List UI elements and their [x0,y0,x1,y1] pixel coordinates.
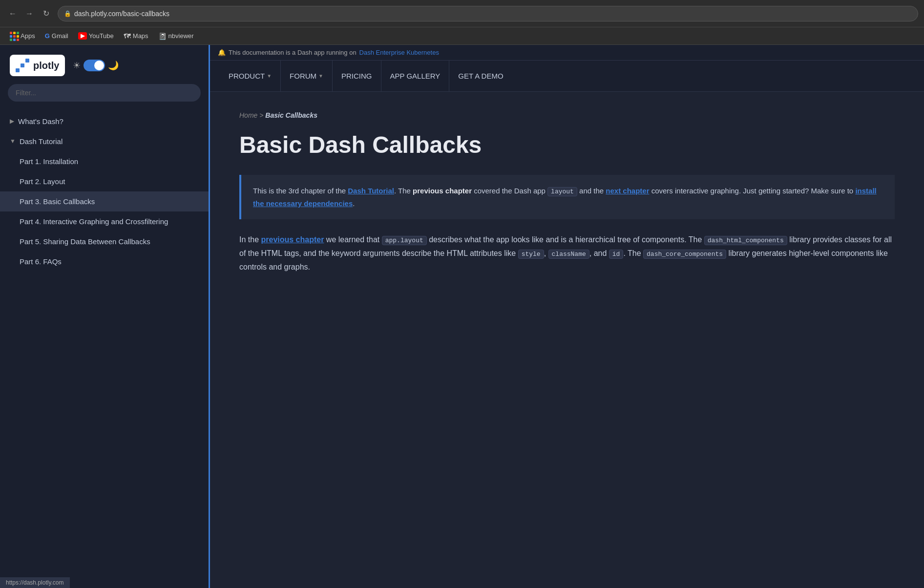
prev-chapter-strong: previous chapter [413,187,472,195]
breadcrumb-home[interactable]: Home [239,111,257,119]
prev-chapter-body-link[interactable]: previous chapter [261,235,324,244]
logo-text: plotly [33,60,59,71]
notification-text: This documentation is a Dash app running… [229,49,357,56]
sidebar-item-interactive-graphing[interactable]: Part 4. Interactive Graphing and Crossfi… [0,211,209,231]
sidebar-item-installation[interactable]: Part 1. Installation [0,151,209,171]
nav-product[interactable]: PRODUCT ▼ [220,61,281,92]
nb-icon: 📓 [158,32,167,40]
nav-pricing[interactable]: PRICING [333,61,381,92]
nav-app-gallery[interactable]: APP GALLERY [381,61,450,92]
forward-button[interactable]: → [22,7,36,21]
logo-bar-2 [21,63,24,67]
gmail-label: Gmail [52,32,68,40]
bookmark-gmail[interactable]: G Gmail [41,30,72,42]
classname-code: className [548,250,589,259]
refresh-button[interactable]: ↻ [39,7,53,21]
chevron-down-icon: ▼ [318,73,323,79]
right-panel: 🔔 This documentation is a Dash app runni… [210,45,924,588]
sidebar-item-layout[interactable]: Part 2. Layout [0,171,209,191]
sidebar-item-label: Part 4. Interactive Graphing and Crossfi… [20,216,199,227]
maps-icon: 🗺 [124,32,131,40]
breadcrumb: Home > Basic Callbacks [239,111,895,119]
filter-input[interactable] [8,84,201,102]
top-nav: PRODUCT ▼ FORUM ▼ PRICING APP GALLERY GE… [210,61,924,92]
bookmark-apps[interactable]: Apps [6,30,39,42]
collapse-arrow: ▶ [10,118,14,125]
callout-box: This is the 3rd chapter of the Dash Tuto… [239,175,895,220]
layout-code: layout [547,187,577,196]
nav-app-gallery-label: APP GALLERY [390,72,441,80]
page-title: Basic Dash Callbacks [239,131,895,159]
sidebar-item-sharing-data[interactable]: Part 5. Sharing Data Between Callbacks [0,231,209,252]
nav-forum[interactable]: FORUM ▼ [281,61,333,92]
next-chapter-link[interactable]: next chapter [606,187,649,195]
app-layout-code: app.layout [382,236,427,245]
nb-label: nbviewer [168,32,194,40]
address-bar[interactable]: 🔒 dash.plotly.com/basic-callbacks [58,6,918,21]
callout-text-3: covered the Dash app layout and the [472,187,606,195]
breadcrumb-separator: > [259,111,263,119]
google-icon: G [45,32,50,40]
maps-label: Maps [133,32,148,40]
bookmark-youtube[interactable]: ▶ YouTube [74,30,118,42]
sidebar-item-faqs[interactable]: Part 6. FAQs [0,252,209,272]
sidebar-item-label: Dash Tutorial [20,136,199,147]
content-area: Home > Basic Callbacks Basic Dash Callba… [210,92,924,588]
apps-icon [10,32,19,41]
youtube-icon: ▶ [78,32,87,40]
callout-text-4: covers interactive graphing. Just gettin… [650,187,856,195]
callout-text-1: This is the 3rd chapter of the [253,187,348,195]
notification-bar: 🔔 This documentation is a Dash app runni… [210,45,924,61]
sun-icon: ☀ [73,60,81,71]
sidebar-item-label: Part 6. FAQs [20,256,199,267]
dash-html-components-code: dash_html_components [704,236,787,245]
logo-icon [16,59,29,72]
sidebar: plotly ☀ 🌙 ▶ What's Dash? ▼ Dash Tutoria… [0,45,210,588]
callout-text-2: . The [394,187,413,195]
apps-label: Apps [21,32,35,40]
nav-get-demo[interactable]: GET A DEMO [449,61,512,92]
bookmarks-bar: Apps G Gmail ▶ YouTube 🗺 Maps 📓 nbviewer [0,27,924,45]
plotly-logo[interactable]: plotly [10,55,65,76]
nav-pricing-label: PRICING [341,72,372,80]
dash-tutorial-link[interactable]: Dash Tutorial [348,187,394,195]
nav-forum-label: FORUM [290,72,316,80]
bookmark-maps[interactable]: 🗺 Maps [120,30,152,42]
theme-toggle: ☀ 🌙 [73,60,119,71]
chevron-down-icon: ▼ [267,73,272,79]
page-wrapper: plotly ☀ 🌙 ▶ What's Dash? ▼ Dash Tutoria… [0,45,924,588]
sidebar-item-label: What's Dash? [18,116,199,126]
nav-product-label: PRODUCT [229,72,265,80]
dash-core-components-code: dash_core_components [643,250,726,259]
notification-link[interactable]: Dash Enterprise Kubernetes [359,49,439,56]
sidebar-item-basic-callbacks[interactable]: Part 3. Basic Callbacks [0,191,209,211]
status-bar: https://dash.plotly.com [0,577,70,588]
youtube-label: YouTube [89,32,114,40]
sidebar-item-dash-tutorial[interactable]: ▼ Dash Tutorial [0,131,209,151]
callout-text-5: . [353,199,355,208]
bookmark-nbviewer[interactable]: 📓 nbviewer [154,30,198,42]
sidebar-item-label: Part 5. Sharing Data Between Callbacks [20,236,199,247]
style-code: style [518,250,544,259]
nav-buttons: ← → ↻ [6,7,53,21]
nav-get-demo-label: GET A DEMO [458,72,503,80]
dark-mode-toggle[interactable] [84,60,105,71]
expand-arrow: ▼ [10,138,16,145]
sidebar-item-label: Part 3. Basic Callbacks [20,196,199,207]
breadcrumb-current: Basic Callbacks [265,111,317,119]
status-url: https://dash.plotly.com [6,579,64,586]
lock-icon: 🔒 [64,10,71,17]
id-code: id [609,250,624,259]
logo-bar-3 [25,59,29,63]
back-button[interactable]: ← [6,7,20,21]
sidebar-item-label: Part 2. Layout [20,176,199,187]
browser-chrome: ← → ↻ 🔒 dash.plotly.com/basic-callbacks [0,0,924,27]
nav-section: ▶ What's Dash? ▼ Dash Tutorial Part 1. I… [0,109,209,273]
url-text: dash.plotly.com/basic-callbacks [74,10,169,18]
moon-icon: 🌙 [108,60,119,71]
notification-emoji: 🔔 [218,49,226,56]
sidebar-item-label: Part 1. Installation [20,156,199,167]
logo-area: plotly ☀ 🌙 [0,45,209,84]
sidebar-item-whats-dash[interactable]: ▶ What's Dash? [0,111,209,131]
logo-bar-1 [16,68,20,72]
